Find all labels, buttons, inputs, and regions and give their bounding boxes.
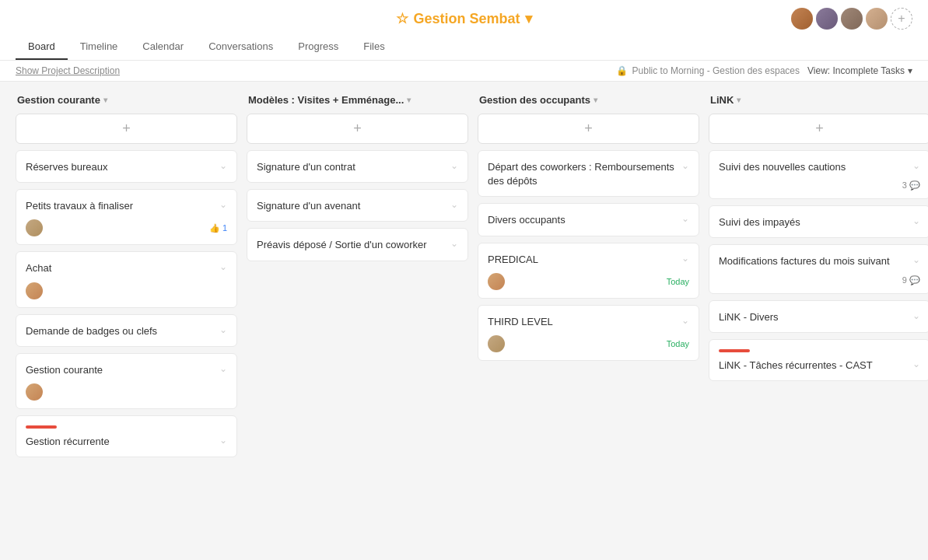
card-chevron-icon: ⌄ [219,160,227,171]
table-row[interactable]: Réserves bureaux ⌄ [16,150,237,183]
comment-count: 9 💬 [902,275,920,285]
table-row[interactable]: Petits travaux à finaliser ⌄ 👍1 [16,189,237,245]
tab-conversations[interactable]: Conversations [196,34,285,60]
card-chevron-icon: ⌄ [219,435,227,446]
card-title: Départ des coworkers : Remboursements de… [488,160,677,188]
card-meta: 👍1 [209,223,227,233]
view-chevron-icon: ▾ [908,65,912,76]
table-row[interactable]: Modifications factures du mois suivant ⌄… [709,244,928,293]
column-add-button[interactable]: + [709,114,928,144]
card-header: Signature d'un avenant ⌄ [257,199,458,213]
comment-count: 3 💬 [902,180,920,191]
column-add-button[interactable]: + [478,114,699,144]
card-title: Suivi des nouvelles cautions [719,160,908,174]
column-title: Gestion courante ▾ [17,94,107,106]
table-row[interactable]: Signature d'un avenant ⌄ [247,189,468,222]
nav-tabs: Board Timeline Calendar Conversations Pr… [16,34,912,60]
column-chevron-icon: ▾ [103,96,107,104]
subheader: Show Project Description 🔒 Public to Mor… [0,61,928,82]
table-row[interactable]: Suivi des impayés ⌄ [709,205,928,238]
card-header: THIRD LEVEL ⌄ [488,315,689,329]
table-row[interactable]: Achat ⌄ [16,251,237,307]
table-row[interactable]: Gestion récurrente ⌄ [16,415,237,457]
title-chevron-icon[interactable]: ▾ [525,10,532,27]
table-row[interactable]: Préavis déposé / Sortie d'un coworker ⌄ [247,228,468,261]
card-title: Signature d'un avenant [257,199,446,213]
card-header: Achat ⌄ [26,261,227,275]
avatar [488,335,505,352]
table-row[interactable]: Demande de badges ou clefs ⌄ [16,314,237,347]
card-title: Gestion courante [26,363,215,377]
card-header: Préavis déposé / Sortie d'un coworker ⌄ [257,238,458,252]
table-row[interactable]: LiNK - Divers ⌄ [709,300,928,333]
table-row[interactable]: Départ des coworkers : Remboursements de… [478,150,699,197]
card-header: Modifications factures du mois suivant ⌄ [719,254,920,268]
table-row[interactable]: LiNK - Tâches récurrentes - CAST ⌄ [709,339,928,381]
card-header: Gestion récurrente ⌄ [26,435,227,449]
card-badge: 👍1 [209,223,227,233]
avatar [841,8,863,30]
visibility-label: 🔒 Public to Morning - Gestion des espace… [616,65,800,76]
header-right: + [788,8,912,30]
subheader-right: 🔒 Public to Morning - Gestion des espace… [616,65,912,76]
card-header: LiNK - Divers ⌄ [719,310,920,324]
column-add-button[interactable]: + [247,114,468,144]
red-bar-indicator [719,349,750,352]
column-header: Gestion courante ▾ [16,94,237,106]
card-title: Petits travaux à finaliser [26,199,215,213]
card-footer: Today [488,335,689,352]
tab-timeline[interactable]: Timeline [68,34,131,60]
tab-progress[interactable]: Progress [285,34,351,60]
column-col2: Modèles : Visites + Emménage... ▾+ Signa… [247,94,468,268]
card-header: Divers occupants ⌄ [488,213,689,227]
table-row[interactable]: Signature d'un contrat ⌄ [247,150,468,183]
table-row[interactable]: Suivi des nouvelles cautions ⌄ 3 💬 [709,150,928,199]
table-row[interactable]: THIRD LEVEL ⌄ Today [478,305,699,361]
column-header: Modèles : Visites + Emménage... ▾ [247,94,468,106]
card-title: Divers occupants [488,213,677,227]
tab-calendar[interactable]: Calendar [130,34,196,60]
card-chevron-icon: ⌄ [912,310,920,321]
card-header: Demande de badges ou clefs ⌄ [26,324,227,338]
card-footer [26,282,227,299]
table-row[interactable]: Divers occupants ⌄ [478,203,699,236]
column-add-button[interactable]: + [16,114,237,144]
table-row[interactable]: Gestion courante ⌄ [16,353,237,409]
column-title: Modèles : Visites + Emménage... ▾ [248,94,411,106]
column-chevron-icon: ▾ [407,96,411,104]
card-header: Suivi des nouvelles cautions ⌄ [719,160,920,174]
add-member-button[interactable]: + [891,8,912,30]
card-comments: 9 💬 [902,275,920,285]
card-footer [26,383,227,401]
board: Gestion courante ▾+ Réserves bureaux ⌄ P… [0,82,928,548]
view-filter-button[interactable]: View: Incomplete Tasks ▾ [807,65,912,76]
card-title: Signature d'un contrat [257,160,446,174]
card-title: PREDICAL [488,253,677,267]
card-footer: 3 💬 [719,180,920,191]
table-row[interactable]: PREDICAL ⌄ Today [478,243,699,299]
card-chevron-icon: ⌄ [450,160,458,171]
card-chevron-icon: ⌄ [912,254,920,265]
column-title: LiNK ▾ [710,94,741,106]
show-description-link[interactable]: Show Project Description [16,65,120,76]
header-top: ☆ Gestion Sembat ▾ + [16,0,912,34]
card-chevron-icon: ⌄ [219,199,227,210]
card-chevron-icon: ⌄ [912,215,920,226]
tab-files[interactable]: Files [351,34,397,60]
avatar [816,8,838,30]
header: ☆ Gestion Sembat ▾ + Board Timeline Cale… [0,0,928,61]
card-chevron-icon: ⌄ [450,199,458,210]
card-header: Signature d'un contrat ⌄ [257,160,458,174]
card-comments: 3 💬 [902,180,920,191]
card-chevron-icon: ⌄ [219,324,227,335]
column-col3: Gestion des occupants ▾+ Départ des cowo… [478,94,699,367]
star-icon[interactable]: ☆ [396,10,408,27]
card-chevron-icon: ⌄ [681,253,689,264]
card-header: Gestion courante ⌄ [26,363,227,377]
column-header: LiNK ▾ [709,94,928,106]
card-title: Demande de badges ou clefs [26,324,215,338]
card-title: Modifications factures du mois suivant [719,254,908,268]
app-container: ☆ Gestion Sembat ▾ + Board Timeline Cale… [0,0,928,548]
tab-board[interactable]: Board [16,34,68,60]
card-title: LiNK - Divers [719,310,908,324]
